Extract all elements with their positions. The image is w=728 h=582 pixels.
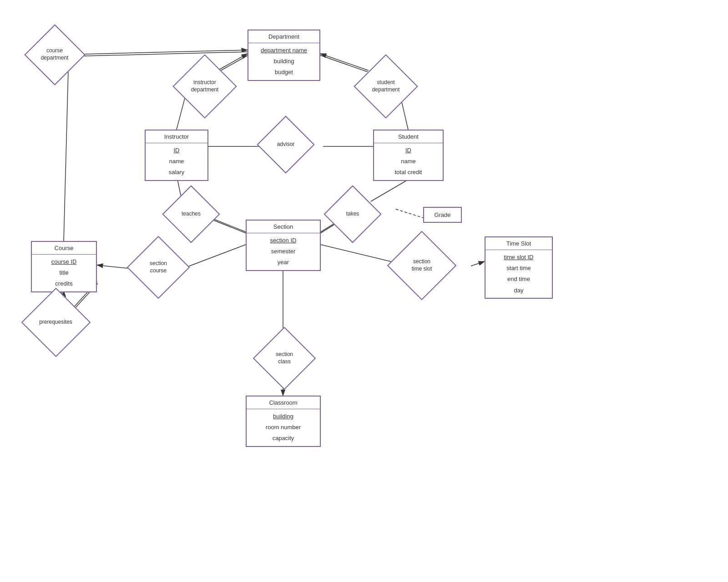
diamond-student-department-label: studentdepartment (372, 79, 400, 93)
entity-student-title: Student (374, 130, 443, 143)
entity-instructor-title: Instructor (146, 130, 207, 143)
course-attr-credits: credits (36, 278, 91, 289)
section-attr-semester: semester (251, 246, 315, 257)
entity-classroom-title: Classroom (247, 396, 320, 409)
entity-department-title: Department (248, 30, 319, 43)
entity-timeslot: Time Slot time slot ID start time end ti… (485, 236, 553, 299)
diamond-advisor: advisor (258, 127, 313, 161)
diamond-instructor-department-label: instructordepartment (191, 79, 219, 93)
instructor-attr-name: name (150, 156, 203, 167)
grade-box: Grade (423, 207, 462, 223)
course-attr-id: course ID (36, 256, 91, 267)
diamond-course-department-label: coursedepartment (41, 47, 69, 61)
section-attr-year: year (251, 257, 315, 268)
diamond-prereqs: prerequesites (20, 302, 91, 342)
diamond-teaches: teaches (164, 197, 218, 231)
timeslot-attr-id: time slot ID (490, 252, 547, 263)
dept-attr-building: building (253, 56, 315, 67)
diamond-takes-label: takes (346, 211, 359, 218)
diamond-course-department: coursedepartment (25, 36, 84, 73)
instructor-attr-id: ID (150, 145, 203, 156)
entity-instructor: Instructor ID name salary (145, 130, 208, 181)
classroom-attr-room: room number (251, 422, 315, 433)
entity-section-title: Section (247, 221, 320, 233)
entity-classroom: Classroom building room number capacity (246, 396, 321, 447)
student-attr-id: ID (379, 145, 438, 156)
svg-line-2 (69, 52, 248, 56)
entity-course-title: Course (32, 242, 96, 255)
diamond-section-course-label: sectioncourse (150, 260, 167, 274)
section-attr-id: section ID (251, 235, 315, 246)
dept-attr-name: department name (253, 45, 315, 56)
diamond-section-course: sectioncourse (129, 249, 188, 286)
classroom-attr-capacity: capacity (251, 433, 315, 444)
student-attr-credit: total credit (379, 167, 438, 178)
diamond-instructor-department: instructordepartment (173, 67, 237, 105)
svg-line-3 (64, 70, 68, 241)
diamond-section-timeslot: sectiontime slot (388, 246, 455, 286)
timeslot-attr-day: day (490, 285, 547, 296)
diamond-student-department: studentdepartment (354, 67, 418, 105)
timeslot-attr-end: end time (490, 274, 547, 285)
entity-department: Department department name building budg… (248, 30, 320, 81)
er-diagram: Department department name building budg… (0, 0, 728, 582)
diamond-section-class: sectionclass (255, 340, 314, 376)
diamond-section-timeslot-label: sectiontime slot (412, 258, 432, 272)
timeslot-attr-start: start time (490, 263, 547, 274)
svg-line-1 (68, 50, 248, 55)
diamond-section-class-label: sectionclass (276, 351, 293, 365)
diamond-advisor-label: advisor (277, 141, 295, 148)
entity-course: Course course ID title credits (31, 241, 97, 292)
diamond-prereqs-label: prerequesites (39, 319, 72, 326)
classroom-attr-building: building (251, 411, 315, 422)
entity-timeslot-title: Time Slot (485, 237, 552, 250)
svg-line-18 (396, 209, 423, 218)
student-attr-name: name (379, 156, 438, 167)
instructor-attr-salary: salary (150, 167, 203, 178)
svg-line-22 (471, 261, 485, 266)
grade-label: Grade (434, 211, 450, 218)
diamond-teaches-label: teaches (182, 211, 201, 218)
entity-section: Section section ID semester year (246, 220, 321, 271)
dept-attr-budget: budget (253, 67, 315, 78)
course-attr-title: title (36, 267, 91, 278)
entity-student: Student ID name total credit (373, 130, 444, 181)
diamond-takes: takes (325, 197, 380, 231)
